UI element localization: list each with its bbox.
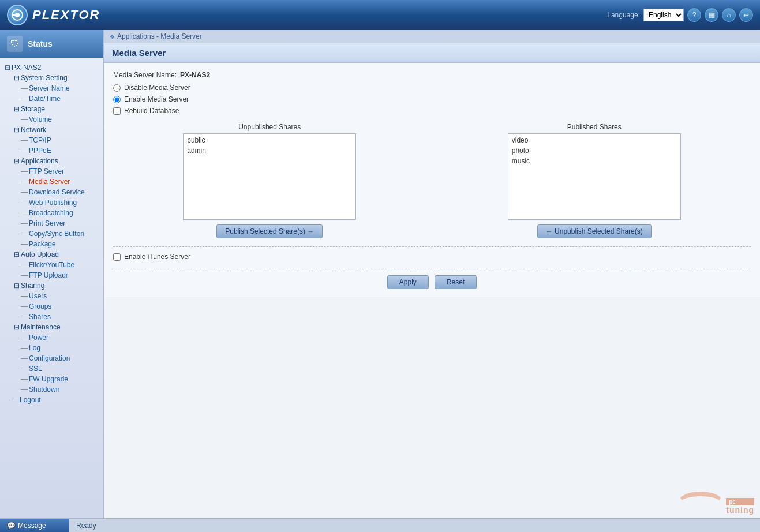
sidebar-item-print-server[interactable]: —Print Server bbox=[18, 218, 103, 228]
list-item[interactable]: video bbox=[510, 135, 679, 145]
tree-root: ⊟ PX-NAS2 ⊟ System Setting —Server Name … bbox=[0, 60, 103, 407]
sidebar-item-ftp-uploadr[interactable]: —FTP Uploadr bbox=[18, 270, 103, 280]
logout-icon[interactable]: ↩ bbox=[739, 8, 753, 22]
server-name-label: Media Server Name: bbox=[113, 71, 177, 79]
sidebar-item-logout[interactable]: —Logout bbox=[9, 395, 103, 405]
itunes-row: Enable iTunes Server bbox=[113, 253, 751, 261]
unpublished-title: Unpublished Shares bbox=[238, 123, 301, 131]
sidebar-item-media-server[interactable]: —Media Server bbox=[18, 177, 103, 187]
published-listbox[interactable]: video photo music bbox=[508, 133, 681, 220]
shares-section: Unpublished Shares public admin Publish … bbox=[113, 123, 751, 238]
sidebar-item-copysync-button[interactable]: —Copy/Sync Button bbox=[18, 228, 103, 239]
list-item[interactable]: admin bbox=[185, 145, 354, 156]
sidebar-item-ftp-server[interactable]: —FTP Server bbox=[18, 166, 103, 177]
breadcrumb-text: Applications - Media Server bbox=[117, 32, 202, 40]
message-icon: 💬 bbox=[7, 522, 16, 530]
itunes-label[interactable]: Enable iTunes Server bbox=[124, 253, 190, 261]
sidebar-item-root[interactable]: ⊟ PX-NAS2 bbox=[0, 62, 103, 73]
sidebar-item-network[interactable]: ⊟ Network bbox=[9, 125, 103, 135]
home-icon[interactable]: ⌂ bbox=[722, 8, 736, 22]
list-item[interactable]: photo bbox=[510, 145, 679, 156]
divider-2 bbox=[113, 269, 751, 269]
statusbar: 💬 Message Ready bbox=[0, 518, 760, 532]
sidebar-item-shares[interactable]: —Shares bbox=[18, 312, 103, 322]
logo-text: PLEXTOR bbox=[32, 8, 100, 23]
sidebar-item-system-setting[interactable]: ⊟ System Setting bbox=[9, 73, 103, 83]
sidebar-item-flickr-youtube[interactable]: —Flickr/YouTube bbox=[18, 260, 103, 270]
status-banner: 🛡 Status bbox=[0, 30, 103, 58]
statusbar-left: 💬 Message bbox=[0, 519, 69, 532]
logo: PLEXTOR bbox=[7, 5, 100, 25]
status-label: Status bbox=[28, 39, 53, 48]
server-name-value: PX-NAS2 bbox=[180, 71, 210, 79]
language-label: Language: bbox=[607, 11, 640, 19]
sidebar-item-users[interactable]: —Users bbox=[18, 291, 103, 301]
unpublished-panel: Unpublished Shares public admin Publish … bbox=[113, 123, 426, 238]
enable-label[interactable]: Enable Media Server bbox=[124, 95, 189, 103]
sidebar-item-broadcatching[interactable]: —Broadcatching bbox=[18, 208, 103, 218]
sidebar-item-tcpip[interactable]: —TCP/IP bbox=[18, 135, 103, 145]
sidebar-item-fw-upgrade[interactable]: —FW Upgrade bbox=[18, 374, 103, 384]
content-body: Media Server Name: PX-NAS2 Disable Media… bbox=[104, 63, 760, 297]
itunes-checkbox[interactable] bbox=[113, 253, 121, 261]
sidebar-item-log[interactable]: —Log bbox=[18, 343, 103, 353]
sidebar-item-auto-upload[interactable]: ⊟ Auto Upload bbox=[9, 249, 103, 260]
reset-button[interactable]: Reset bbox=[435, 275, 477, 289]
rebuild-label[interactable]: Rebuild Database bbox=[124, 107, 179, 115]
header: PLEXTOR Language: English ? ▦ ⌂ ↩ bbox=[0, 0, 760, 30]
monitor-icon[interactable]: ▦ bbox=[705, 8, 718, 22]
sidebar-item-web-publishing[interactable]: —Web Publishing bbox=[18, 197, 103, 208]
sidebar-item-pppoe[interactable]: —PPPoE bbox=[18, 145, 103, 156]
status-icon: 🛡 bbox=[7, 36, 23, 52]
rebuild-checkbox-row: Rebuild Database bbox=[113, 107, 751, 115]
page-title: Media Server bbox=[104, 43, 760, 63]
system-setting-group: ⊟ System Setting —Server Name —Date/Time bbox=[0, 73, 103, 104]
sidebar-item-sharing[interactable]: ⊟ Sharing bbox=[9, 280, 103, 291]
divider bbox=[113, 246, 751, 247]
rebuild-checkbox[interactable] bbox=[113, 107, 121, 115]
unpublish-button[interactable]: ← Unpublish Selected Share(s) bbox=[537, 224, 652, 238]
unpublished-listbox[interactable]: public admin bbox=[183, 133, 356, 220]
content: ❖ Applications - Media Server Media Serv… bbox=[104, 30, 760, 518]
main-layout: 🛡 Status ⊟ PX-NAS2 ⊟ System Setting —Ser… bbox=[0, 30, 760, 518]
sidebar-item-shutdown[interactable]: —Shutdown bbox=[18, 384, 103, 395]
disable-radio-row: Disable Media Server bbox=[113, 84, 751, 92]
sidebar-item-storage[interactable]: ⊟ Storage bbox=[9, 104, 103, 114]
sidebar: 🛡 Status ⊟ PX-NAS2 ⊟ System Setting —Ser… bbox=[0, 30, 104, 518]
sidebar-item-server-name[interactable]: —Server Name bbox=[18, 83, 103, 93]
disable-radio[interactable] bbox=[113, 84, 121, 92]
sidebar-item-power[interactable]: —Power bbox=[18, 332, 103, 343]
sidebar-item-package[interactable]: —Package bbox=[18, 239, 103, 249]
statusbar-right: Ready bbox=[69, 522, 103, 530]
sidebar-item-volume[interactable]: —Volume bbox=[18, 114, 103, 125]
list-item[interactable]: public bbox=[185, 135, 354, 145]
breadcrumb: ❖ Applications - Media Server bbox=[104, 30, 760, 43]
sidebar-item-datetime[interactable]: —Date/Time bbox=[18, 93, 103, 104]
breadcrumb-icon: ❖ bbox=[110, 33, 115, 40]
svg-point-1 bbox=[15, 13, 20, 17]
sidebar-item-configuration[interactable]: —Configuration bbox=[18, 353, 103, 364]
server-name-row: Media Server Name: PX-NAS2 bbox=[113, 71, 751, 79]
published-panel: Published Shares video photo music ← Unp… bbox=[438, 123, 751, 238]
publish-button[interactable]: Publish Selected Share(s) → bbox=[216, 224, 323, 238]
sidebar-item-applications[interactable]: ⊟ Applications bbox=[9, 156, 103, 166]
enable-radio[interactable] bbox=[113, 96, 121, 103]
status-text: Ready bbox=[76, 522, 96, 530]
message-label: Message bbox=[18, 522, 46, 530]
sidebar-item-groups[interactable]: —Groups bbox=[18, 301, 103, 312]
apply-button[interactable]: Apply bbox=[387, 275, 429, 289]
disable-label[interactable]: Disable Media Server bbox=[124, 84, 190, 92]
action-buttons: Apply Reset bbox=[113, 275, 751, 289]
enable-radio-row: Enable Media Server bbox=[113, 95, 751, 103]
sidebar-item-maintenance[interactable]: ⊟ Maintenance bbox=[9, 322, 103, 332]
sidebar-item-download-service[interactable]: —Download Service bbox=[18, 187, 103, 197]
sidebar-item-ssl[interactable]: —SSL bbox=[18, 364, 103, 374]
language-select[interactable]: English bbox=[643, 9, 684, 21]
list-item[interactable]: music bbox=[510, 156, 679, 166]
logo-icon bbox=[7, 5, 28, 25]
help-icon[interactable]: ? bbox=[687, 8, 701, 22]
published-title: Published Shares bbox=[567, 123, 622, 131]
header-right: Language: English ? ▦ ⌂ ↩ bbox=[607, 8, 753, 22]
